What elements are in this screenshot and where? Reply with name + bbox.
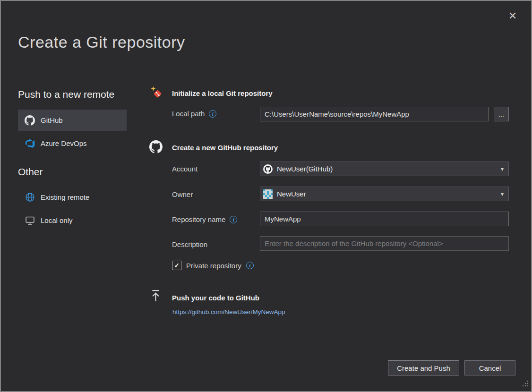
owner-identicon-avatar — [263, 189, 273, 199]
check-icon: ✓ — [174, 262, 180, 269]
repository-name-input[interactable] — [260, 212, 509, 226]
sidebar-item-local-only-label: Local only — [41, 216, 73, 224]
sidebar-item-local-only[interactable]: Local only — [18, 210, 127, 231]
owner-value: NewUser — [277, 190, 497, 198]
push-upload-icon — [150, 290, 161, 304]
close-icon: ✕ — [508, 10, 517, 22]
repository-name-label: Repository name — [172, 215, 225, 223]
chevron-down-icon: ▾ — [501, 191, 504, 197]
create-git-repo-dialog: ✕ Create a Git repository Push to a new … — [0, 0, 532, 392]
close-button[interactable]: ✕ — [503, 7, 523, 25]
private-repository-info-icon[interactable]: i — [246, 262, 254, 269]
sidebar-item-existing-remote[interactable]: Existing remote — [18, 187, 127, 208]
private-repository-checkbox[interactable]: ✓ — [172, 261, 181, 270]
account-label-row: Account — [172, 165, 197, 173]
account-dropdown[interactable]: NewUser(GitHub) ▾ — [260, 162, 509, 176]
azure-devops-icon — [24, 138, 35, 148]
github-avatar-icon — [263, 164, 273, 174]
push-section-heading: Push your code to GitHub — [172, 294, 259, 302]
computer-icon — [24, 215, 35, 225]
account-value: NewUser(GitHub) — [277, 165, 497, 173]
github-section-icon — [149, 140, 163, 155]
github-section-heading: Create a new GitHub repository — [172, 144, 278, 152]
sidebar-heading-push-remote: Push to a new remote — [18, 89, 127, 100]
sidebar: Push to a new remote GitHub Azure DevOps… — [18, 89, 127, 233]
cancel-button[interactable]: Cancel — [464, 360, 515, 375]
private-repository-row: ✓ Private repository i — [172, 261, 254, 270]
sidebar-item-github-label: GitHub — [41, 116, 63, 124]
owner-label: Owner — [172, 190, 193, 198]
description-input[interactable] — [260, 236, 509, 251]
globe-icon — [24, 192, 35, 202]
create-and-push-button[interactable]: Create and Push — [388, 360, 459, 375]
resize-grip[interactable] — [522, 380, 529, 389]
git-init-icon — [150, 86, 163, 101]
init-section-heading: Initialize a local Git repository — [172, 89, 273, 97]
description-label-row: Description — [172, 240, 207, 248]
repository-name-info-icon[interactable]: i — [230, 216, 237, 223]
sidebar-heading-other: Other — [18, 166, 127, 178]
local-path-info-icon[interactable]: i — [209, 110, 216, 118]
local-path-input[interactable] — [260, 107, 489, 121]
sidebar-item-azure-label: Azure DevOps — [41, 139, 87, 147]
sidebar-item-github[interactable]: GitHub — [18, 110, 127, 131]
github-icon — [24, 115, 35, 126]
owner-dropdown[interactable]: NewUser ▾ — [260, 187, 509, 201]
sidebar-item-existing-remote-label: Existing remote — [41, 193, 89, 201]
repository-url-link[interactable]: https://github.com/NewUser/MyNewApp — [172, 308, 285, 315]
description-label: Description — [172, 240, 207, 248]
browse-button[interactable]: ... — [494, 107, 509, 121]
dialog-title: Create a Git repository — [18, 33, 185, 51]
chevron-down-icon: ▾ — [501, 166, 504, 172]
local-path-label: Local path — [172, 110, 205, 118]
local-path-label-row: Local path i — [172, 110, 216, 118]
sidebar-item-azure-devops[interactable]: Azure DevOps — [18, 133, 127, 154]
owner-label-row: Owner — [172, 190, 193, 198]
private-repository-label: Private repository — [186, 262, 241, 270]
repository-name-label-row: Repository name i — [172, 215, 237, 223]
account-label: Account — [172, 165, 197, 173]
